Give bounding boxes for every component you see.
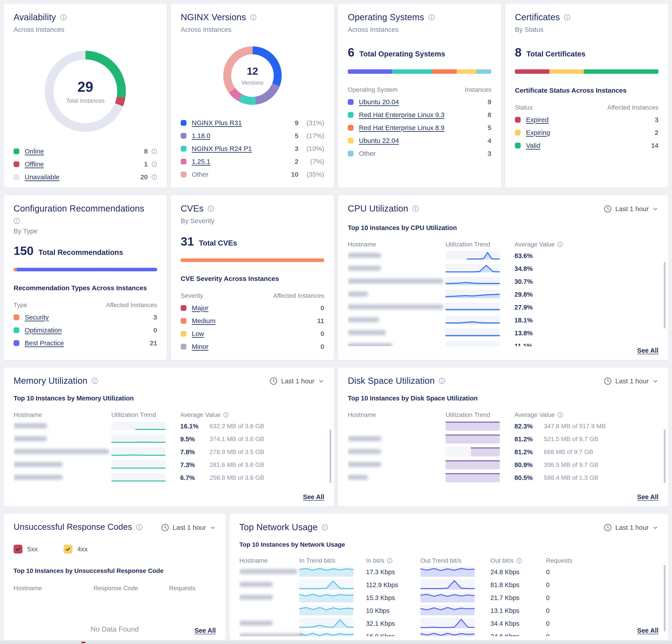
time-range-label: Last 1 hour <box>281 377 314 385</box>
checkbox-4xx[interactable]: 4xx <box>63 545 88 553</box>
legend-link[interactable]: Valid <box>526 142 540 149</box>
legend-link[interactable]: Online <box>25 147 44 155</box>
legend-link[interactable]: Major <box>192 304 208 312</box>
legend-link[interactable]: Best Practice <box>25 339 64 347</box>
bar-segment <box>584 69 658 74</box>
legend-link[interactable]: Medium <box>192 317 216 325</box>
column-header: Hostname <box>348 412 446 418</box>
legend-link[interactable]: 1.18.0 <box>192 132 210 140</box>
info-icon[interactable] <box>14 217 20 224</box>
cpu-table: 83.6% 34.8% 30.7% 29.8% 27.9% 18.1% 13.8… <box>348 249 658 346</box>
clock-icon <box>269 377 278 385</box>
info-icon[interactable] <box>439 378 445 384</box>
scrollbar[interactable] <box>664 430 665 483</box>
legend-link[interactable]: Red Hat Enterprise Linux 8.9 <box>359 124 444 132</box>
info-icon[interactable] <box>207 205 214 212</box>
table-row: 15.3 Kbps 21.7 Kbps 0 <box>239 591 658 604</box>
legend-link[interactable]: NGINX Plus R24 P1 <box>192 145 252 153</box>
info-icon[interactable] <box>136 524 143 530</box>
legend-link[interactable]: Offline <box>25 160 44 168</box>
time-range-label: Last 1 hour <box>615 205 649 213</box>
legend-swatch <box>348 99 353 105</box>
table-row: 82.3%347.8 MB of 917.9 MB <box>348 420 658 433</box>
info-icon[interactable] <box>412 205 419 212</box>
legend-link[interactable]: Low <box>192 330 204 337</box>
info-icon[interactable] <box>428 14 435 21</box>
info-icon[interactable] <box>92 378 98 384</box>
legend-link[interactable]: Security <box>25 313 49 321</box>
section-title: Certificate Status Across Instances <box>515 87 658 94</box>
legend-count: 9 <box>483 98 491 106</box>
legend-count: 3 <box>483 150 491 157</box>
legend-link[interactable]: Optimization <box>25 326 62 334</box>
see-all-link[interactable]: See All <box>637 347 658 354</box>
hostname-redacted <box>14 436 47 441</box>
trend-sparkline <box>420 579 475 589</box>
legend-count: 14 <box>650 142 658 149</box>
table-row: 13.8% <box>348 327 658 339</box>
info-icon[interactable] <box>60 14 67 21</box>
checkbox-5xx[interactable]: 5xx <box>14 545 38 553</box>
info-icon[interactable] <box>151 148 157 154</box>
average-value: 83.6% <box>514 252 533 260</box>
column-header: Hostname <box>14 585 94 592</box>
scrollbar[interactable] <box>664 565 665 632</box>
legend-count: 2 <box>650 129 658 136</box>
card-subtitle: By Status <box>515 26 658 33</box>
legend-link[interactable]: Red Hat Enterprise Linux 9.3 <box>359 111 444 119</box>
legend-link[interactable]: Ubuntu 20.04 <box>359 98 399 106</box>
info-icon[interactable] <box>387 558 393 563</box>
hostname-redacted <box>348 475 368 480</box>
info-icon[interactable] <box>322 524 328 531</box>
hostname-redacted <box>348 266 381 271</box>
time-range-dropdown[interactable]: Last 1 hour <box>161 524 216 532</box>
trend-sparkline <box>446 251 500 260</box>
info-icon[interactable] <box>557 412 563 418</box>
out-bits-value: 34.4 Kbps <box>490 620 519 627</box>
scrollbar[interactable] <box>329 430 331 483</box>
legend-link[interactable]: Minor <box>192 343 208 350</box>
table-row: 6.7%258.8 MB of 3.8 GB <box>14 471 324 484</box>
legend-link[interactable]: NGINX Plus R31 <box>192 119 242 127</box>
chevron-down-icon <box>652 524 658 531</box>
info-icon[interactable] <box>564 14 571 21</box>
info-icon[interactable] <box>151 174 157 180</box>
legend-link[interactable]: Unavailable <box>25 173 60 181</box>
bar-segment <box>549 69 584 74</box>
legend-swatch <box>181 120 187 126</box>
hostname-redacted <box>239 582 273 587</box>
see-all-link[interactable]: See All <box>637 493 658 501</box>
time-range-dropdown[interactable]: Last 1 hour <box>269 377 324 385</box>
legend-swatch <box>348 138 353 144</box>
in-bits-value: 15.3 Kbps <box>366 594 395 601</box>
configuration-recommendations-card: Configuration Recommendations By Type 15… <box>3 195 167 360</box>
versions-label: Versions <box>241 79 264 86</box>
hostname-redacted <box>348 330 386 335</box>
clock-icon <box>604 205 612 213</box>
legend-swatch <box>181 159 187 165</box>
see-all-link[interactable]: See All <box>637 627 658 634</box>
bar-segment <box>515 69 549 74</box>
bar-segment <box>14 268 17 271</box>
info-icon[interactable] <box>223 412 229 418</box>
trend-sparkline <box>111 421 166 430</box>
info-icon[interactable] <box>557 241 563 247</box>
legend-link[interactable]: Ubuntu 22.04 <box>359 137 399 144</box>
scrollbar[interactable] <box>664 262 665 329</box>
time-range-dropdown[interactable]: Last 1 hour <box>604 377 658 385</box>
hostname-redacted <box>14 424 47 428</box>
see-all-link[interactable]: See All <box>303 493 324 501</box>
info-icon[interactable] <box>250 14 257 21</box>
time-range-dropdown[interactable]: Last 1 hour <box>604 205 658 213</box>
info-icon[interactable] <box>151 161 157 167</box>
time-range-dropdown[interactable]: Last 1 hour <box>604 524 658 532</box>
table-row: 81.2%521.5 MB of 9.7 GB <box>348 433 658 445</box>
table-row: 34.8% <box>348 262 658 275</box>
trend-sparkline <box>446 447 500 456</box>
info-icon[interactable] <box>516 558 522 563</box>
legend-link[interactable]: Expired <box>526 116 549 123</box>
bar-segment <box>17 268 157 271</box>
legend-link[interactable]: 1.25.1 <box>192 158 210 165</box>
see-all-link[interactable]: See All <box>194 627 216 634</box>
legend-link[interactable]: Expiring <box>526 129 550 136</box>
